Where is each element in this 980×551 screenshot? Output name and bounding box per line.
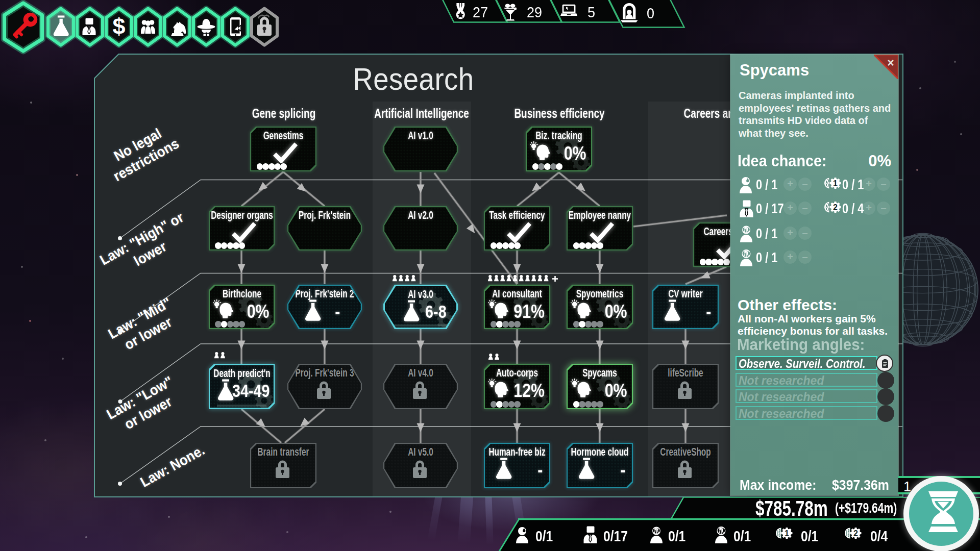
svg-text:1: 1 [833, 179, 838, 188]
svg-text:1: 1 [785, 529, 789, 538]
svg-text:×: × [887, 56, 894, 69]
svg-text:2: 2 [833, 203, 838, 212]
svg-text:2: 2 [853, 529, 858, 538]
